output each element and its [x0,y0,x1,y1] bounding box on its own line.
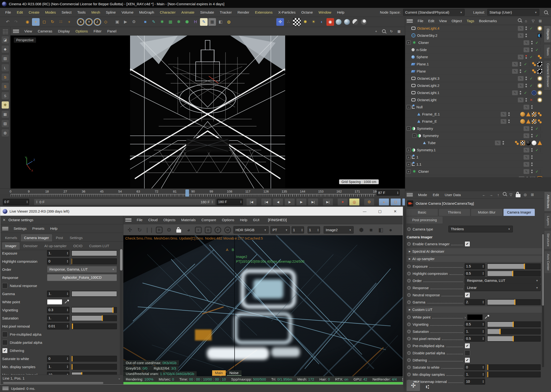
octane-settings-menu-icon[interactable] [2,226,8,231]
move-icon[interactable]: + [32,18,40,26]
subsample-b-field[interactable]: 1▴▾ [307,226,320,233]
snapshot-camera-icon[interactable]: ◧ [377,226,385,234]
visibility-pencil-icon[interactable]: ✎ [523,105,529,110]
state-check[interactable]: ✓ [534,48,541,52]
side-tab-takes[interactable]: Takes [544,44,551,59]
anim-dot[interactable] [407,272,411,275]
menu-item-modes[interactable]: Modes [42,8,59,17]
expand-icon[interactable]: + [407,169,411,174]
tree-item-frame-e-1[interactable]: Frame_E.1✎ [405,111,543,118]
light-tool-icon[interactable]: ◍ [225,18,233,26]
slider-highlight-compression[interactable] [71,258,117,264]
mat-tag[interactable] [515,140,519,145]
field-gamma[interactable]: 1.▴▾ [47,291,70,297]
octane-checker-icon[interactable] [293,18,301,26]
state-check[interactable]: ✓ [534,169,541,174]
viewport-menu-cameras[interactable]: Cameras [35,27,55,36]
region-icon[interactable]: ◕ [184,226,193,234]
square-icon[interactable]: ■ [367,226,375,234]
mograph-icon[interactable]: ✱ [158,18,166,26]
restart-icon[interactable]: R [155,226,163,234]
simulation-icon[interactable]: ⬢ [183,18,191,26]
field-hot-pixel-removal[interactable]: 0.5▴▾ [465,336,485,342]
select-response[interactable]: Linear▼ [465,284,541,291]
menu-item-volume[interactable]: Volume [119,8,136,17]
next-frame-icon[interactable]: ▶ [296,198,307,206]
render-view-icon[interactable]: ▣ [113,18,121,26]
state-check[interactable]: ✓ [523,91,529,95]
enable-dots[interactable] [508,112,510,116]
light-tag[interactable] [537,98,542,102]
next-key-icon[interactable]: ▶| [308,198,318,206]
tree-item-octanelight-1[interactable]: OctaneLight.1✎✓ [405,89,543,96]
mat-tag[interactable] [532,62,537,67]
field-saturation[interactable]: 1.▴▾ [465,329,485,335]
tree-item-cloner[interactable]: +✱Cloner✎✓ [405,39,543,46]
record-scale-icon[interactable]: ◻ [391,198,401,206]
anim-dot[interactable] [407,358,411,362]
enable-dots[interactable] [531,134,533,137]
visibility-pencil-icon[interactable]: ✎ [523,148,529,153]
tree-item-symmetry-1[interactable]: +Symmetry.1✎✓ [405,147,543,154]
tab-kernels[interactable]: Kernels [2,234,21,241]
visibility-pencil-icon[interactable]: ✎ [518,76,523,81]
tab-thinlens[interactable]: Thinlens [439,209,471,216]
clay-icon[interactable]: o [204,226,212,234]
enable-dots[interactable] [531,48,533,52]
prev-key-icon[interactable]: |◀ [261,198,272,206]
object-manager-menu-icon[interactable] [407,19,413,23]
checkslash-tag[interactable] [532,112,537,117]
viewport-view-label[interactable]: Perspective [14,37,36,43]
settings-gear-icon[interactable]: ⚙ [165,226,173,234]
octane-help-icon[interactable]: ✣HELP [407,380,420,391]
menu-item-file[interactable]: File [2,8,14,17]
tab-denoiser[interactable]: Denoiser [20,242,41,250]
field-exposure[interactable]: 1.5▴▾ [465,263,485,269]
enable-axis-icon[interactable]: ✥ [2,101,9,109]
state-check[interactable]: ✓ [529,84,535,88]
live-viewer-menu-help[interactable]: Help [237,216,250,224]
add-panel-icon[interactable]: ⊞ [530,192,535,197]
polygons-mode-icon[interactable]: S [2,92,9,99]
tree-item-n-side[interactable]: n-Side✎✓ [405,46,543,53]
model-mode-icon[interactable]: ◆ [2,46,9,53]
live-viewer-menu-gui[interactable]: GUI [250,216,262,224]
slider-exposure[interactable] [487,263,541,269]
node-editor-icon[interactable]: ⑆ [423,383,432,391]
tab-motion-blur[interactable]: Motion Blur [471,209,503,216]
slider-gamma[interactable] [71,291,117,297]
camera-type-select[interactable]: Thinlens▼ [448,226,513,232]
cloner-icon[interactable]: ✽ [175,18,182,26]
live-viewer-menu-cloud[interactable]: Cloud [145,216,160,224]
collapse-icon[interactable]: − [407,105,411,109]
checkbox-dithering[interactable]: ✔ [2,348,8,353]
om-menu-bookmarks[interactable]: Bookmarks [477,17,499,25]
light-tag[interactable] [537,26,542,31]
visibility-pencil-icon[interactable]: ✎ [518,98,523,102]
visibility-pencil-icon[interactable]: ✎ [523,133,529,138]
anim-dot[interactable] [407,373,411,376]
timeline-playhead[interactable] [185,189,189,196]
search-icon[interactable] [503,192,506,196]
volume-icon[interactable]: ▦ [167,18,174,26]
viewport-menu-view[interactable]: View [21,27,35,36]
collapse-icon[interactable]: − [407,126,411,131]
undo-icon[interactable]: ↶ [4,18,11,26]
node-space-select[interactable]: Current (Standard/Physical)▼ [403,9,465,16]
live-viewer-menu-compare[interactable]: Compare [199,216,219,224]
field-saturation[interactable]: 1.▴▾ [47,315,70,321]
light-tag[interactable] [537,83,542,88]
tree-item-1[interactable]: +1✎ [405,154,543,161]
menu-item-x-particles[interactable]: X-Particles [275,8,299,17]
field-saturate-to-white[interactable]: 0▴▾ [47,356,70,362]
tab-post-processing[interactable]: Post processing [406,216,443,224]
viewport-menu-panel[interactable]: Panel [104,27,119,36]
lock-icon[interactable] [516,192,521,197]
field-max-tonemap-interval[interactable]: 10▴▾ [47,372,70,375]
search-icon[interactable] [518,18,521,22]
checkslash-tag[interactable] [532,119,537,124]
menu-item-render[interactable]: Render [235,8,252,17]
anim-dot[interactable] [407,279,411,282]
section-ai-up-sampler[interactable]: ▶AI up-sampler [406,255,542,262]
visibility-pencil-icon[interactable]: ✎ [512,91,518,95]
